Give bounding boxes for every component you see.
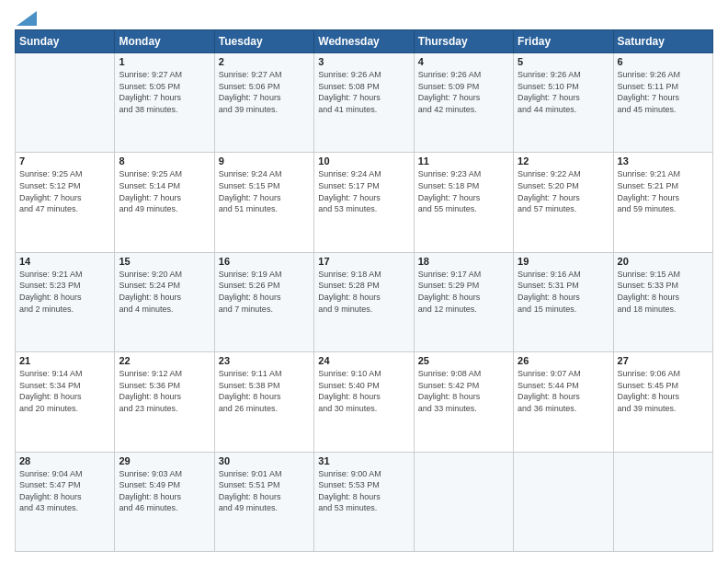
day-info: Sunrise: 9:01 AM Sunset: 5:51 PM Dayligh… (219, 468, 310, 514)
calendar-header-tuesday: Tuesday (214, 30, 313, 53)
day-number: 31 (318, 455, 409, 466)
calendar-cell: 8Sunrise: 9:25 AM Sunset: 5:14 PM Daylig… (115, 153, 214, 252)
day-info: Sunrise: 9:25 AM Sunset: 5:12 PM Dayligh… (19, 168, 110, 214)
calendar-cell: 25Sunrise: 9:08 AM Sunset: 5:42 PM Dayli… (414, 352, 513, 452)
day-number: 11 (418, 155, 509, 167)
day-info: Sunrise: 9:21 AM Sunset: 5:21 PM Dayligh… (618, 168, 709, 214)
day-info: Sunrise: 9:12 AM Sunset: 5:36 PM Dayligh… (119, 368, 210, 414)
day-number: 16 (219, 256, 310, 267)
calendar-cell (613, 452, 712, 551)
calendar-week-3: 14Sunrise: 9:21 AM Sunset: 5:23 PM Dayli… (16, 252, 713, 351)
day-number: 23 (219, 355, 310, 366)
day-number: 17 (318, 256, 409, 267)
day-number: 29 (119, 455, 210, 466)
calendar-header-sunday: Sunday (16, 30, 115, 53)
calendar-header-thursday: Thursday (414, 30, 513, 53)
page-header (15, 11, 713, 22)
calendar-cell: 12Sunrise: 9:22 AM Sunset: 5:20 PM Dayli… (514, 153, 613, 252)
day-info: Sunrise: 9:18 AM Sunset: 5:28 PM Dayligh… (318, 269, 409, 315)
day-number: 22 (119, 355, 210, 366)
calendar-header-friday: Friday (514, 30, 613, 53)
day-info: Sunrise: 9:16 AM Sunset: 5:31 PM Dayligh… (518, 269, 609, 315)
calendar-cell: 3Sunrise: 9:26 AM Sunset: 5:08 PM Daylig… (314, 53, 414, 153)
calendar-cell: 9Sunrise: 9:24 AM Sunset: 5:15 PM Daylig… (214, 153, 313, 252)
calendar-cell: 6Sunrise: 9:26 AM Sunset: 5:11 PM Daylig… (613, 53, 712, 153)
day-info: Sunrise: 9:25 AM Sunset: 5:14 PM Dayligh… (119, 168, 210, 214)
calendar-cell: 2Sunrise: 9:27 AM Sunset: 5:06 PM Daylig… (214, 53, 313, 153)
day-number: 12 (518, 155, 609, 167)
day-number: 9 (219, 155, 310, 167)
calendar-cell (16, 53, 115, 153)
day-info: Sunrise: 9:26 AM Sunset: 5:10 PM Dayligh… (518, 69, 609, 115)
day-number: 8 (119, 155, 210, 167)
logo (15, 11, 37, 22)
calendar-cell: 14Sunrise: 9:21 AM Sunset: 5:23 PM Dayli… (16, 252, 115, 351)
day-info: Sunrise: 9:27 AM Sunset: 5:06 PM Dayligh… (219, 69, 310, 115)
day-info: Sunrise: 9:08 AM Sunset: 5:42 PM Dayligh… (418, 368, 509, 414)
day-number: 4 (418, 56, 509, 67)
day-info: Sunrise: 9:24 AM Sunset: 5:17 PM Dayligh… (318, 168, 409, 214)
day-info: Sunrise: 9:23 AM Sunset: 5:18 PM Dayligh… (418, 168, 509, 214)
day-number: 24 (318, 355, 409, 366)
day-info: Sunrise: 9:06 AM Sunset: 5:45 PM Dayligh… (618, 368, 709, 414)
day-info: Sunrise: 9:04 AM Sunset: 5:47 PM Dayligh… (19, 468, 110, 514)
calendar-cell: 21Sunrise: 9:14 AM Sunset: 5:34 PM Dayli… (16, 352, 115, 452)
calendar-cell: 26Sunrise: 9:07 AM Sunset: 5:44 PM Dayli… (514, 352, 613, 452)
day-number: 25 (418, 355, 509, 366)
day-number: 1 (119, 56, 210, 67)
calendar-cell: 5Sunrise: 9:26 AM Sunset: 5:10 PM Daylig… (514, 53, 613, 153)
calendar-header-wednesday: Wednesday (314, 30, 414, 53)
logo-icon (17, 11, 37, 26)
day-info: Sunrise: 9:03 AM Sunset: 5:49 PM Dayligh… (119, 468, 210, 514)
day-number: 2 (219, 56, 310, 67)
day-number: 10 (318, 155, 409, 167)
calendar-cell: 19Sunrise: 9:16 AM Sunset: 5:31 PM Dayli… (514, 252, 613, 351)
calendar-cell: 30Sunrise: 9:01 AM Sunset: 5:51 PM Dayli… (214, 452, 313, 551)
calendar-week-4: 21Sunrise: 9:14 AM Sunset: 5:34 PM Dayli… (16, 352, 713, 452)
day-info: Sunrise: 9:00 AM Sunset: 5:53 PM Dayligh… (318, 468, 409, 514)
calendar-cell: 22Sunrise: 9:12 AM Sunset: 5:36 PM Dayli… (115, 352, 214, 452)
calendar-cell: 13Sunrise: 9:21 AM Sunset: 5:21 PM Dayli… (613, 153, 712, 252)
day-number: 28 (19, 455, 110, 466)
calendar-cell: 23Sunrise: 9:11 AM Sunset: 5:38 PM Dayli… (214, 352, 313, 452)
day-number: 15 (119, 256, 210, 267)
day-info: Sunrise: 9:24 AM Sunset: 5:15 PM Dayligh… (219, 168, 310, 214)
calendar-cell: 28Sunrise: 9:04 AM Sunset: 5:47 PM Dayli… (16, 452, 115, 551)
calendar-header-monday: Monday (115, 30, 214, 53)
day-number: 21 (19, 355, 110, 366)
day-number: 26 (518, 355, 609, 366)
day-number: 6 (618, 56, 709, 67)
day-info: Sunrise: 9:22 AM Sunset: 5:20 PM Dayligh… (518, 168, 609, 214)
day-info: Sunrise: 9:27 AM Sunset: 5:05 PM Dayligh… (119, 69, 210, 115)
calendar-cell (514, 452, 613, 551)
day-info: Sunrise: 9:14 AM Sunset: 5:34 PM Dayligh… (19, 368, 110, 414)
day-info: Sunrise: 9:11 AM Sunset: 5:38 PM Dayligh… (219, 368, 310, 414)
calendar-cell: 31Sunrise: 9:00 AM Sunset: 5:53 PM Dayli… (314, 452, 414, 551)
calendar-week-1: 1Sunrise: 9:27 AM Sunset: 5:05 PM Daylig… (16, 53, 713, 153)
day-number: 14 (19, 256, 110, 267)
day-info: Sunrise: 9:20 AM Sunset: 5:24 PM Dayligh… (119, 269, 210, 315)
calendar-cell: 11Sunrise: 9:23 AM Sunset: 5:18 PM Dayli… (414, 153, 513, 252)
calendar-cell (414, 452, 513, 551)
calendar-cell: 29Sunrise: 9:03 AM Sunset: 5:49 PM Dayli… (115, 452, 214, 551)
calendar-header-saturday: Saturday (613, 30, 712, 53)
calendar-page: SundayMondayTuesdayWednesdayThursdayFrid… (0, 0, 728, 563)
day-number: 5 (518, 56, 609, 67)
day-info: Sunrise: 9:26 AM Sunset: 5:09 PM Dayligh… (418, 69, 509, 115)
svg-marker-0 (17, 11, 37, 26)
day-number: 30 (219, 455, 310, 466)
day-number: 3 (318, 56, 409, 67)
day-info: Sunrise: 9:07 AM Sunset: 5:44 PM Dayligh… (518, 368, 609, 414)
day-info: Sunrise: 9:17 AM Sunset: 5:29 PM Dayligh… (418, 269, 509, 315)
day-info: Sunrise: 9:10 AM Sunset: 5:40 PM Dayligh… (318, 368, 409, 414)
day-number: 27 (618, 355, 709, 366)
calendar-cell: 27Sunrise: 9:06 AM Sunset: 5:45 PM Dayli… (613, 352, 712, 452)
calendar-cell: 17Sunrise: 9:18 AM Sunset: 5:28 PM Dayli… (314, 252, 414, 351)
calendar-cell: 24Sunrise: 9:10 AM Sunset: 5:40 PM Dayli… (314, 352, 414, 452)
calendar-week-5: 28Sunrise: 9:04 AM Sunset: 5:47 PM Dayli… (16, 452, 713, 551)
calendar-cell: 10Sunrise: 9:24 AM Sunset: 5:17 PM Dayli… (314, 153, 414, 252)
day-number: 7 (19, 155, 110, 167)
calendar-cell: 15Sunrise: 9:20 AM Sunset: 5:24 PM Dayli… (115, 252, 214, 351)
calendar-cell: 1Sunrise: 9:27 AM Sunset: 5:05 PM Daylig… (115, 53, 214, 153)
day-number: 13 (618, 155, 709, 167)
